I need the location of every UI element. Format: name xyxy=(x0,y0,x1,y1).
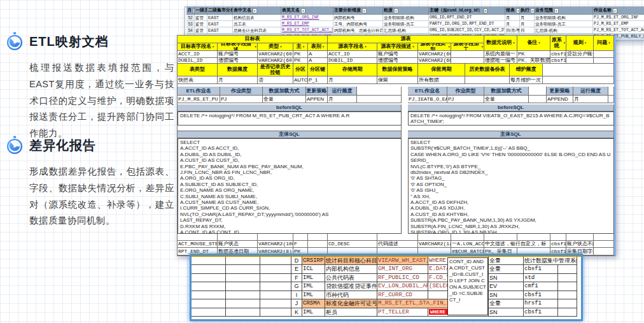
dropdown-icon: ▾ xyxy=(481,45,483,48)
cell: 工号、内部机构号 xyxy=(333,21,383,27)
cell xyxy=(465,76,510,84)
row-letter: E xyxy=(291,265,302,273)
system-abbr: IML xyxy=(302,274,325,282)
cell: VARCHAR2(60) xyxy=(418,58,451,64)
cell xyxy=(226,265,260,273)
filter-icon: ▾ xyxy=(253,8,257,13)
dropdown-icon: ▾ xyxy=(365,45,367,48)
cell xyxy=(226,308,260,317)
cell: 业务明细级-机构 xyxy=(535,15,593,21)
system-abbr: CRSMA xyxy=(302,299,325,308)
cell: VARCHAR2(60) xyxy=(418,51,451,58)
cell: PJ_M_RS_ET_EMP xyxy=(593,21,644,27)
load-mode: SN xyxy=(489,308,524,317)
cell xyxy=(594,234,614,241)
section-diff-report: 差异化报告 形成数据差异化报告，包括源表、字段、数据缺失情况分析，差异应对（源系… xyxy=(5,136,178,229)
column-header: 业务范围▾ xyxy=(535,7,593,15)
column-header: 数据频度 xyxy=(218,64,258,76)
column-header: 主键（如cust_id,org_id）▾ xyxy=(429,7,505,15)
cell xyxy=(226,257,260,265)
row-letter: D xyxy=(291,257,302,265)
cell xyxy=(558,308,577,317)
cell: VARCHAR2(1( xyxy=(418,241,451,248)
cell xyxy=(260,274,291,282)
table-cn-name: 统计科目和核心科目 xyxy=(325,257,377,265)
section-etl-mapping: ETL映射文档 梳理报送数据表填报范围，与EAST复用度，通过统一业务与技术口径… xyxy=(5,32,178,142)
dropdown-icon: ▾ xyxy=(303,45,305,48)
cell: 借据编号 xyxy=(218,58,258,64)
table-name: PT_TELLER xyxy=(377,308,428,317)
filter-icon: ▾ xyxy=(554,8,559,13)
cell: ORG_ID,RPT_END_DT xyxy=(429,15,505,21)
cell: PJ_M_RS_ET_ORG_INF xyxy=(593,15,644,21)
dropdown-icon: ▾ xyxy=(608,41,610,45)
cell: 52 xyxy=(186,15,195,21)
dropdown-icon: ▾ xyxy=(213,45,214,48)
cell: 监管 xyxy=(195,15,207,21)
cell: 贷款分户账号 xyxy=(566,51,594,58)
load-mode: SN xyxy=(489,291,524,299)
main-sql-code: SELECTSUBSTR('#$CUR_BATCH_TIME#',1,6)||'… xyxy=(408,138,614,234)
column-header: 主要分析维度▾ xyxy=(333,7,383,15)
column-header: 保留周期 xyxy=(418,64,465,76)
source-system: 统计数据集中管理系统 xyxy=(524,257,577,265)
cell xyxy=(226,274,260,282)
cell xyxy=(260,282,291,291)
row-letter: I xyxy=(291,291,302,299)
table-name: RF_CURR_CD xyxy=(377,291,428,299)
cell xyxy=(558,265,577,273)
cell xyxy=(550,234,566,241)
cell xyxy=(260,299,291,308)
source-system: cbsf1 xyxy=(524,291,558,299)
etl-header: 作业类型 xyxy=(447,87,484,96)
cell xyxy=(260,265,291,273)
system-abbr: CRSIRP xyxy=(302,257,325,265)
before-sql-label: beforeSQL xyxy=(408,104,614,111)
etl-header: ETL作业名 xyxy=(408,87,447,96)
divider xyxy=(192,255,581,257)
column-header: 问题▾ xyxy=(594,36,614,51)
table-cn-name: 柜员 xyxy=(325,308,377,317)
etl-header: 数据加载方式 xyxy=(484,87,529,96)
row-letter: F xyxy=(291,274,302,282)
cell xyxy=(558,282,577,291)
cell: 监管 xyxy=(195,27,207,34)
table-link: M_RS_ET_TOT_ACT_ACT_SBJ xyxy=(281,27,333,34)
column-header: 历史数据备份表 xyxy=(465,64,510,76)
cell: PJ_IEATB_O_EAST_B xyxy=(408,96,447,103)
cell xyxy=(558,274,577,282)
main-sql-label: 主体SQL xyxy=(408,131,614,138)
cell: 月 xyxy=(505,15,520,21)
cell: VARCHAR2(60) xyxy=(258,51,293,58)
cell: 借据编号 xyxy=(377,58,418,64)
cell: PJ xyxy=(220,96,263,103)
gauge-icon xyxy=(5,32,24,51)
filter-icon: ▾ xyxy=(301,8,305,13)
table-cn-name: 币种代码 xyxy=(325,291,377,299)
row-letter: J xyxy=(291,299,302,308)
cell xyxy=(594,241,614,248)
source-system: std xyxy=(524,274,558,282)
cell: 53 xyxy=(186,21,195,27)
dropdown-icon: ▾ xyxy=(255,45,256,48)
cell xyxy=(594,248,614,255)
row-letter: G xyxy=(291,282,302,291)
cell xyxy=(451,58,484,64)
row-letter: K xyxy=(291,308,302,317)
column-header: 报表▾ xyxy=(505,7,520,15)
cell: VARCHAR2(1000) xyxy=(258,241,293,248)
cell: EAST xyxy=(207,15,233,21)
cell xyxy=(308,234,328,241)
system-abbr: IML xyxy=(302,291,325,299)
cell: 员工表 xyxy=(233,21,281,27)
section-body: 形成数据差异化报告，包括源表、字段、数据缺失情况分析，差异应对（源系统改造、补录… xyxy=(29,164,174,229)
table-cn-name: 标准化金融许可证号 xyxy=(325,299,377,308)
cell xyxy=(377,234,418,241)
column-header: 表英文名▾ xyxy=(281,7,333,15)
column-header: 类型▾ xyxy=(258,43,293,51)
column-header: 存储周期 xyxy=(328,64,377,76)
cell xyxy=(484,234,517,241)
filter-icon: ▾ xyxy=(394,8,398,13)
cell xyxy=(192,282,226,291)
cell xyxy=(566,58,594,64)
